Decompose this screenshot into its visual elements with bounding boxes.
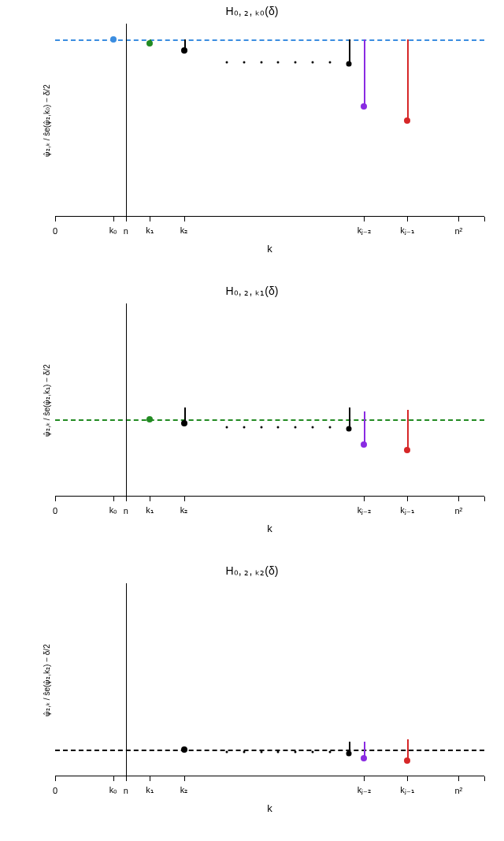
stem-dot-kJ-1 [404,447,410,453]
stem-dot-k0 [110,36,117,43]
plot-area: ψ̂₂,ₖ / ŝe(ψ̂₂,k₁) − δ/20k₀nk₁k₂kⱼ₋₂kⱼ₋… [55,303,484,497]
continuation-dot [260,61,262,64]
x-tick-label: k₂ [180,505,188,515]
x-tick [126,217,127,221]
x-tick-label: n [124,226,128,236]
continuation-dot [295,61,297,64]
x-axis-label: k [267,802,272,814]
reference-hline [55,750,484,751]
x-tick-label: n² [454,786,462,795]
plot-area: ψ̂₂,ₖ / ŝe(ψ̂₂,k₀) − δ/20k₀nk₁k₂kⱼ₋₂kⱼ₋… [55,24,484,217]
x-axis [55,216,484,217]
stem-dot-k1 [146,40,153,47]
x-tick-label: k₁ [146,225,154,236]
stem-dot [346,750,352,756]
y-axis-label: ψ̂₂,ₖ / ŝe(ψ̂₂,k₂) − δ/2 [43,644,51,716]
x-axis [55,496,484,497]
continuation-dot [226,61,228,64]
stem-dot [346,61,352,67]
stem-black-extra [349,39,350,65]
vline-n [126,24,127,217]
continuation-dot [260,751,262,754]
x-tick [458,497,459,501]
x-tick [55,217,56,221]
continuation-dot [277,61,280,64]
continuation-dot [312,61,314,64]
x-tick-label: kⱼ₋₁ [400,785,414,795]
vline-n [126,583,127,776]
continuation-dot [295,426,297,428]
stem-dot-k2 [181,420,187,426]
continuation-dot [277,426,280,428]
x-tick-label: 0 [53,226,57,236]
stem-kJ-1 [407,410,409,450]
stem-dot-kJ-2 [361,441,367,448]
x-tick [55,776,56,781]
continuation-dot [295,751,297,754]
x-tick [484,497,485,501]
x-tick [364,776,365,781]
vline-n [126,303,127,497]
x-tick [458,776,459,781]
x-tick-label: n [124,786,128,795]
x-tick-label: k₀ [109,785,117,795]
panel-title: H₀, ₂, ₖ₁(δ) [0,285,504,297]
stem-dot-k2 [181,746,187,753]
stem-dot-kJ-2 [361,755,367,761]
continuation-dot [243,61,245,64]
continuation-dot [260,426,262,428]
x-tick [55,497,56,501]
stem-kJ-2 [364,39,365,107]
panel-title: H₀, ₂, ₖ₀(δ) [0,5,504,17]
x-tick-label: 0 [53,786,57,795]
stem-kJ-1 [407,39,409,121]
stem-kJ-2 [364,411,365,445]
x-tick-label: kⱼ₋₂ [358,505,372,515]
x-tick [484,217,485,221]
reference-hline [55,419,484,421]
stem-dot-k1 [146,416,153,422]
x-tick-label: k₂ [180,785,188,795]
x-tick [407,217,408,221]
x-tick-label: kⱼ₋₁ [400,505,414,515]
x-tick [150,217,150,221]
x-tick [407,497,408,501]
continuation-dot [312,751,314,754]
x-tick [150,497,150,501]
stem-dot-kJ-1 [404,757,410,764]
y-axis-label: ψ̂₂,ₖ / ŝe(ψ̂₂,k₀) − δ/2 [43,84,51,156]
x-tick [184,776,185,781]
x-tick-label: k₁ [146,505,154,515]
panel-1: H₀, ₂, ₖ₁(δ)ψ̂₂,ₖ / ŝe(ψ̂₂,k₁) − δ/20k₀… [0,280,504,560]
x-tick [150,776,150,781]
x-tick-label: 0 [53,506,57,515]
continuation-dot [277,751,280,754]
reference-hline [55,39,484,41]
x-axis-label: k [267,523,272,534]
panel-0: H₀, ₂, ₖ₀(δ)ψ̂₂,ₖ / ŝe(ψ̂₂,k₀) − δ/20k₀… [0,0,504,280]
x-tick [126,497,127,501]
x-tick-label: n² [454,506,462,515]
x-tick [184,497,185,501]
y-axis-label: ψ̂₂,ₖ / ŝe(ψ̂₂,k₁) − δ/2 [43,364,51,436]
x-tick-label: n² [454,226,462,236]
x-tick-label: kⱼ₋₂ [358,225,372,236]
x-tick [184,217,185,221]
continuation-dot [328,426,331,428]
stem-dot-k2 [181,47,187,54]
x-tick [126,776,127,781]
stem-dot-kJ-2 [361,103,367,110]
continuation-dot [243,426,245,428]
x-tick [364,217,365,221]
x-tick-label: k₂ [180,225,188,236]
stem-dot [346,426,352,432]
x-tick-label: k₀ [109,505,117,515]
plot-area: ψ̂₂,ₖ / ŝe(ψ̂₂,k₂) − δ/20k₀nk₁k₂kⱼ₋₂kⱼ₋… [55,583,484,776]
x-tick-label: kⱼ₋₁ [400,225,414,236]
x-axis [55,776,484,776]
continuation-dot [328,61,331,64]
x-tick [113,497,114,501]
continuation-dot [312,426,314,428]
x-tick-label: k₁ [146,785,154,795]
x-tick [364,497,365,501]
